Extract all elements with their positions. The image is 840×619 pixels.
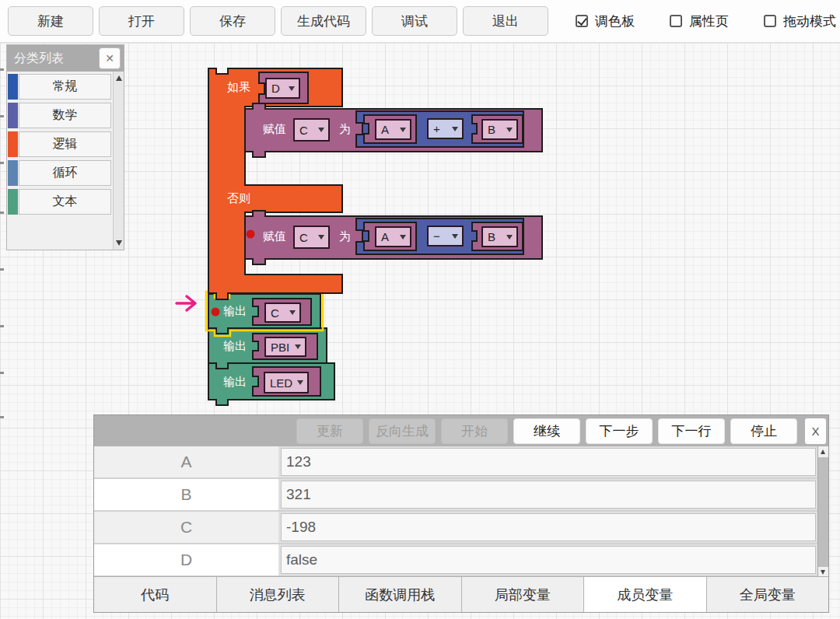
assign1-connector-label: 为 <box>339 122 351 137</box>
caret-down-icon <box>400 128 406 132</box>
category-general-button[interactable]: 常规 <box>19 74 111 100</box>
assign1-operand2-dropdown[interactable]: B <box>481 119 518 140</box>
variable-name: C <box>94 512 278 543</box>
debug-toolbar: 更新 反向生成 开始 继续 下一步 下一行 停止 X <box>94 415 828 446</box>
category-list-body: 常规 数学 逻辑 循环 文本 <box>7 72 124 250</box>
debug-tabs: 代码 消息列表 函数调用栈 局部变量 成员变量 全局变量 <box>94 576 828 612</box>
debug-button[interactable]: 调试 <box>372 6 457 36</box>
category-logic-button[interactable]: 逻辑 <box>19 131 111 157</box>
assign1-operator-dropdown[interactable]: + <box>427 118 464 139</box>
property-page-checkbox[interactable] <box>670 15 682 27</box>
variables-scrollbar[interactable] <box>817 446 828 578</box>
caret-down-icon <box>318 235 324 240</box>
output-pbi-dropdown[interactable]: PBI <box>264 337 306 357</box>
assign2-operand2-dropdown[interactable]: B <box>481 226 518 247</box>
dropdown-value: B <box>488 123 495 136</box>
caret-down-icon <box>289 86 295 91</box>
caret-down-icon <box>506 128 513 132</box>
caret-down-icon <box>318 128 324 132</box>
category-row: 循环 <box>8 160 111 186</box>
reverse-generate-button: 反向生成 <box>369 418 436 444</box>
category-list-close-button[interactable]: ✕ <box>99 47 121 69</box>
assign2-operator-dropdown[interactable]: − <box>427 226 464 247</box>
caret-down-icon <box>506 235 513 240</box>
category-text-button[interactable]: 文本 <box>19 189 111 215</box>
debug-panel: 更新 反向生成 开始 继续 下一步 下一行 停止 X A 123 B 321 C… <box>93 414 829 613</box>
assign1-keyword-label: 赋值 <box>263 122 286 137</box>
variables-table: A 123 B 321 C -198 D false <box>94 446 817 578</box>
drag-mode-checkbox[interactable] <box>764 15 776 27</box>
tab-message-list[interactable]: 消息列表 <box>217 577 340 612</box>
stop-button[interactable]: 停止 <box>730 418 797 444</box>
exit-button[interactable]: 退出 <box>463 6 548 36</box>
new-button[interactable]: 新建 <box>8 6 93 36</box>
variable-value-field[interactable]: 123 <box>281 448 816 476</box>
breakpoint-dot-output-c[interactable] <box>212 308 220 316</box>
category-list-scrollbar[interactable] <box>113 72 124 250</box>
tab-global-variables[interactable]: 全局变量 <box>707 577 829 612</box>
category-math-button[interactable]: 数学 <box>19 103 111 128</box>
app-window: 如果 否则 赋值 为 赋值 为 输出 输出 输出 D C A + B C A <box>0 0 840 619</box>
category-list-title: 分类列表 <box>14 51 64 67</box>
variable-name: A <box>94 446 278 477</box>
variable-name: B <box>94 479 278 510</box>
category-color-chip <box>8 74 18 100</box>
save-button[interactable]: 保存 <box>190 6 275 36</box>
scroll-down-icon <box>821 570 825 575</box>
tab-local-variables[interactable]: 局部变量 <box>462 577 585 612</box>
breakpoint-dot-assign2[interactable] <box>247 230 255 239</box>
dropdown-value: + <box>433 122 440 135</box>
dropdown-value: C <box>271 306 279 320</box>
main-toolbar: 新建 打开 保存 生成代码 调试 退出 调色板 属性页 拖动模式 <box>0 0 840 43</box>
variable-row: C -198 <box>94 512 817 544</box>
step-over-button[interactable]: 下一行 <box>658 418 725 444</box>
assign2-operand1-dropdown[interactable]: A <box>375 226 411 247</box>
scroll-up-icon[interactable] <box>116 75 122 81</box>
scroll-up-icon <box>821 449 825 454</box>
assign1-target-dropdown[interactable]: C <box>293 118 330 142</box>
caret-down-icon <box>297 380 303 385</box>
scroll-up-button[interactable] <box>818 446 828 457</box>
category-row: 文本 <box>8 189 111 215</box>
tab-member-variables[interactable]: 成员变量 <box>584 577 707 612</box>
category-color-chip <box>8 189 18 215</box>
dropdown-value: PBI <box>271 341 289 354</box>
tab-call-stack[interactable]: 函数调用栈 <box>339 577 462 612</box>
debug-panel-close-button[interactable]: X <box>805 418 826 444</box>
category-row: 逻辑 <box>8 131 111 157</box>
continue-button[interactable]: 继续 <box>513 418 580 444</box>
caret-down-icon <box>400 235 406 240</box>
scroll-down-icon[interactable] <box>116 240 122 246</box>
variable-value-field[interactable]: false <box>281 546 816 574</box>
output-c-dropdown[interactable]: C <box>264 303 301 323</box>
open-button[interactable]: 打开 <box>99 6 184 36</box>
caret-down-icon <box>289 310 296 315</box>
category-loop-button[interactable]: 循环 <box>19 160 111 186</box>
category-color-chip <box>8 160 18 186</box>
if-condition-dropdown[interactable]: D <box>265 78 300 99</box>
category-row: 数学 <box>8 103 111 128</box>
assign2-target-dropdown[interactable]: C <box>293 226 330 249</box>
else-keyword-label: 否则 <box>227 191 250 206</box>
variable-value-field[interactable]: 321 <box>281 481 816 509</box>
output3-keyword-label: 输出 <box>223 375 247 390</box>
variable-row: D false <box>94 544 817 577</box>
assign2-keyword-label: 赋值 <box>263 229 286 244</box>
assign1-operand1-dropdown[interactable]: A <box>375 119 411 140</box>
variable-value-field[interactable]: -198 <box>281 513 816 541</box>
caret-down-icon <box>452 127 458 131</box>
palette-checkbox[interactable] <box>576 15 588 27</box>
category-list-header[interactable]: 分类列表 ✕ <box>7 45 124 72</box>
output-led-dropdown[interactable]: LED <box>264 372 309 393</box>
category-color-chip <box>8 103 18 128</box>
tab-code[interactable]: 代码 <box>94 577 217 612</box>
dropdown-value: C <box>299 124 308 137</box>
caret-down-icon <box>452 234 458 239</box>
step-into-button[interactable]: 下一步 <box>586 418 653 444</box>
dropdown-value: − <box>433 229 440 243</box>
dropdown-value: C <box>299 231 308 244</box>
dropdown-value: A <box>381 123 389 136</box>
if-keyword-label: 如果 <box>227 80 250 95</box>
output1-keyword-label: 输出 <box>223 304 247 319</box>
generate-code-button[interactable]: 生成代码 <box>281 6 366 36</box>
